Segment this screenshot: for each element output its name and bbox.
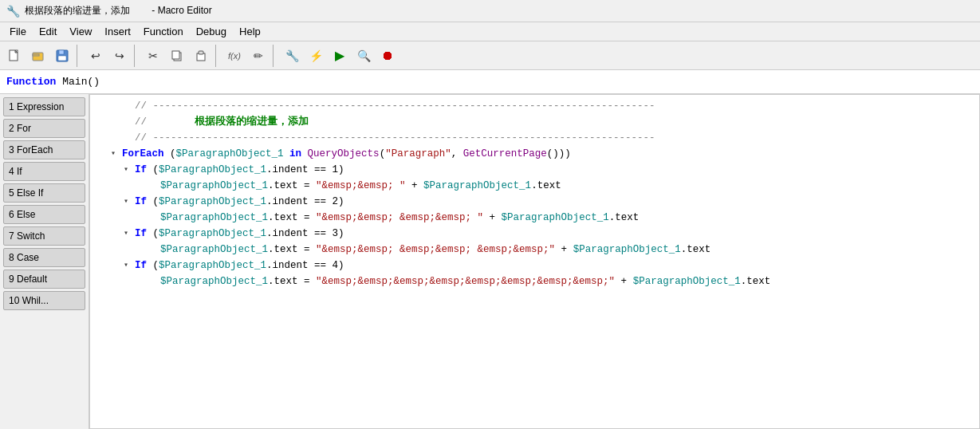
sidebar-item-if[interactable]: 4 If bbox=[3, 162, 85, 181]
comment-chinese: // bbox=[135, 114, 195, 130]
code-line-if3: ▾ If ( $ParagraphObject_1 .indent == 3 ) bbox=[90, 226, 979, 242]
menu-view[interactable]: View bbox=[63, 24, 98, 39]
if2-dot: .indent == bbox=[266, 194, 333, 210]
menu-debug[interactable]: Debug bbox=[190, 24, 233, 39]
separator-1 bbox=[77, 45, 81, 67]
if4-keyword: If bbox=[135, 258, 147, 274]
if4-num: 4 bbox=[333, 258, 339, 274]
sidebar-item-default[interactable]: 9 Default bbox=[3, 270, 85, 289]
menu-help[interactable]: Help bbox=[233, 24, 267, 39]
toolbar: ↩ ↪ ✂ f(x) ✏ 🔧 ⚡ ▶ 🔍 ⏺ bbox=[0, 41, 980, 70]
open-button[interactable] bbox=[27, 45, 49, 67]
if4-close: ) bbox=[338, 258, 344, 274]
if2-close: ) bbox=[338, 194, 344, 210]
separator-4 bbox=[273, 45, 277, 67]
if2-var: $ParagraphObject_1 bbox=[159, 194, 266, 210]
sidebar-item-switch[interactable]: 7 Switch bbox=[3, 226, 85, 246]
menu-file[interactable]: File bbox=[3, 24, 33, 39]
edit-button[interactable]: ✏ bbox=[247, 45, 270, 67]
macro-button[interactable]: ⚡ bbox=[305, 45, 327, 67]
foreach-args: ( bbox=[380, 146, 386, 162]
fx-button[interactable]: f(x) bbox=[223, 45, 246, 67]
if3-close: ) bbox=[338, 226, 344, 242]
code-editor[interactable]: // -------------------------------------… bbox=[89, 94, 980, 429]
assign1-var2: $ParagraphObject_1 bbox=[423, 178, 531, 194]
assign4-dot: .text = bbox=[268, 274, 316, 289]
sidebar-item-expression[interactable]: 1 Expression bbox=[3, 97, 85, 116]
cut-button[interactable]: ✂ bbox=[142, 45, 164, 67]
code-line-foreach: ▾ ForEach ( $ParagraphObject_1 in QueryO… bbox=[90, 146, 979, 162]
save-button[interactable] bbox=[51, 45, 73, 67]
assign2-str: "&emsp;&emsp; &emsp;&emsp; " bbox=[316, 210, 483, 226]
assign2-plus: + bbox=[483, 210, 502, 226]
collapse-if2[interactable]: ▾ bbox=[124, 194, 135, 210]
svg-rect-5 bbox=[59, 50, 64, 54]
svg-rect-10 bbox=[199, 51, 203, 54]
assign3-dot: .text = bbox=[268, 242, 316, 258]
sidebar-item-else[interactable]: 6 Else bbox=[3, 205, 85, 224]
if3-num: 3 bbox=[333, 226, 339, 242]
assign3-str: "&emsp;&emsp; &emsp;&emsp; &emsp;&emsp;" bbox=[316, 242, 555, 258]
assign3-var: $ParagraphObject_1 bbox=[160, 242, 268, 258]
function-bar: Function Main() bbox=[0, 70, 980, 94]
foreach-paren-open: ( bbox=[164, 146, 176, 162]
redo-button[interactable]: ↪ bbox=[108, 45, 131, 67]
svg-rect-3 bbox=[33, 54, 39, 56]
if3-paren: ( bbox=[147, 226, 159, 242]
new-button[interactable] bbox=[3, 45, 26, 67]
function-signature: Main() bbox=[56, 76, 100, 88]
if1-dot: .indent == bbox=[266, 162, 333, 178]
sidebar-item-for[interactable]: 2 For bbox=[3, 119, 85, 138]
menu-bar: File Edit View Insert Function Debug Hel… bbox=[0, 22, 980, 41]
code-line-if4: ▾ If ( $ParagraphObject_1 .indent == 4 ) bbox=[90, 258, 979, 274]
undo-button[interactable]: ↩ bbox=[85, 45, 107, 67]
assign4-var2: $ParagraphObject_1 bbox=[633, 274, 741, 289]
menu-function[interactable]: Function bbox=[137, 24, 190, 39]
assign3-var2: $ParagraphObject_1 bbox=[573, 242, 681, 258]
collapse-if1[interactable]: ▾ bbox=[124, 162, 135, 178]
if2-keyword: If bbox=[135, 194, 147, 210]
if4-paren: ( bbox=[147, 258, 159, 274]
assign3-plus: + bbox=[555, 242, 573, 258]
play-button[interactable]: ▶ bbox=[329, 45, 351, 67]
foreach-string1: "Paragraph" bbox=[385, 146, 451, 162]
collapse-foreach[interactable]: ▾ bbox=[111, 146, 122, 162]
sidebar-item-case[interactable]: 8 Case bbox=[3, 248, 85, 267]
if3-dot: .indent == bbox=[266, 226, 333, 242]
code-line-assign2: $ParagraphObject_1 .text = "&emsp;&emsp;… bbox=[90, 210, 979, 226]
copy-button[interactable] bbox=[166, 45, 188, 67]
comment-chinese-text: 根据段落的缩进量，添加 bbox=[195, 114, 329, 130]
assign4-var: $ParagraphObject_1 bbox=[160, 274, 268, 289]
code-line-2: // 根据段落的缩进量，添加 bbox=[90, 114, 979, 130]
separator-3 bbox=[215, 45, 220, 67]
comment-dashes-1: // -------------------------------------… bbox=[135, 98, 655, 114]
code-line-if1: ▾ If ( $ParagraphObject_1 .indent == 1 ) bbox=[90, 162, 979, 178]
assign1-dot: .text = bbox=[268, 178, 316, 194]
foreach-var: $ParagraphObject_1 bbox=[176, 146, 284, 162]
title-icon: 🔧 bbox=[6, 5, 20, 18]
assign1-str: "&emsp;&emsp; " bbox=[316, 178, 406, 194]
code-line-assign4: $ParagraphObject_1 .text = "&emsp;&emsp;… bbox=[90, 274, 979, 289]
menu-insert[interactable]: Insert bbox=[98, 24, 137, 39]
if1-num: 1 bbox=[333, 162, 339, 178]
record-button[interactable]: ⏺ bbox=[376, 45, 399, 67]
collapse-if3[interactable]: ▾ bbox=[124, 226, 135, 242]
assign1-var: $ParagraphObject_1 bbox=[160, 178, 268, 194]
foreach-in: in bbox=[284, 146, 308, 162]
assign3-text: .text bbox=[681, 242, 711, 258]
assign4-plus: + bbox=[615, 274, 633, 289]
sidebar-item-foreach[interactable]: 3 ForEach bbox=[3, 140, 85, 159]
settings-button[interactable]: 🔧 bbox=[281, 45, 303, 67]
main-area: 1 Expression 2 For 3 ForEach 4 If 5 Else… bbox=[0, 94, 980, 429]
collapse-if4[interactable]: ▾ bbox=[124, 258, 135, 274]
sidebar-item-while[interactable]: 10 Whil... bbox=[3, 291, 85, 310]
paste-button[interactable] bbox=[190, 45, 212, 67]
menu-edit[interactable]: Edit bbox=[33, 24, 63, 39]
if4-var: $ParagraphObject_1 bbox=[159, 258, 266, 274]
search-button[interactable]: 🔍 bbox=[352, 45, 375, 67]
sidebar-item-elseif[interactable]: 5 Else If bbox=[3, 183, 85, 203]
assign2-var: $ParagraphObject_1 bbox=[160, 210, 268, 226]
if3-var: $ParagraphObject_1 bbox=[159, 226, 266, 242]
code-line-if2: ▾ If ( $ParagraphObject_1 .indent == 2 ) bbox=[90, 194, 979, 210]
separator-2 bbox=[134, 45, 139, 67]
